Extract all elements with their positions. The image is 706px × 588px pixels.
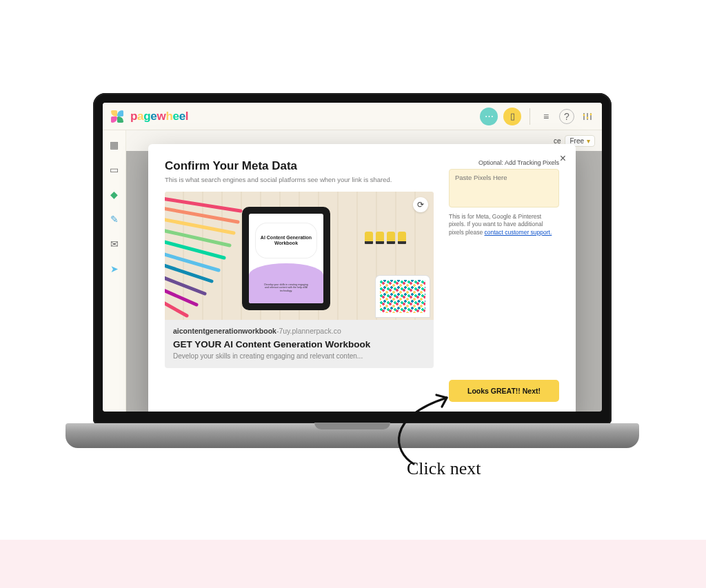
binder-clips-illustration: [365, 232, 406, 244]
svg-line-14: [165, 290, 196, 305]
header-notes-button[interactable]: ▯: [503, 108, 521, 125]
refresh-image-button[interactable]: ⟳: [413, 197, 428, 212]
chevron-down-icon: ▾: [587, 137, 590, 145]
refresh-icon: ⟳: [417, 200, 424, 210]
preview-title: GET YOUR AI Content Generation Workbook: [173, 339, 425, 349]
app-viewport: pagewheel ⋯ ▯ ≡ ? ▦ ▭ ◆ ✎ ✉ ➤: [103, 103, 602, 412]
tablet-title: AI Content Generation Workbook: [256, 223, 316, 258]
tracking-pixels-label: Optional: Add Tracking Pixels: [449, 159, 559, 166]
nav-page-icon[interactable]: ▭: [108, 163, 121, 176]
free-badge-label: Free: [569, 137, 584, 145]
link-preview-card: AI Content Generation Workbook Develop y…: [165, 192, 434, 368]
menu-icon[interactable]: ≡: [538, 109, 554, 124]
app-header: pagewheel ⋯ ▯ ≡ ?: [103, 103, 602, 130]
nav-grid-icon[interactable]: ▦: [108, 139, 121, 151]
tablet-subtitle: Develop your skills in creating engaging…: [263, 283, 310, 292]
svg-line-8: [165, 219, 234, 233]
annotation-text: Click next: [407, 458, 481, 479]
contact-support-link[interactable]: contact customer support.: [485, 229, 552, 236]
laptop-mockup: pagewheel ⋯ ▯ ≡ ? ▦ ▭ ◆ ✎ ✉ ➤: [65, 93, 639, 448]
tracking-pixels-input[interactable]: [449, 169, 559, 207]
page-footer-strip: [0, 540, 706, 588]
modal-title: Confirm Your Meta Data: [165, 159, 434, 173]
settings-icon[interactable]: [580, 109, 595, 124]
tracking-pixels-help: This is for Meta, Google & Pinterest pix…: [449, 213, 559, 236]
nav-brush-icon[interactable]: ✎: [108, 213, 121, 225]
nav-rocket-icon[interactable]: ➤: [108, 263, 121, 275]
svg-point-3: [583, 114, 585, 116]
svg-point-4: [587, 116, 589, 119]
modal-left-column: Confirm Your Meta Data This is what sear…: [165, 159, 434, 402]
close-icon[interactable]: ×: [560, 152, 566, 165]
meta-data-modal: × Confirm Your Meta Data This is what se…: [148, 144, 576, 412]
preview-url-slug: aicontentgenerationworkbook: [173, 327, 276, 335]
svg-line-13: [165, 277, 205, 294]
preview-url: aicontentgenerationworkbook-7uy.plannerp…: [173, 327, 425, 335]
left-nav: ▦ ▭ ◆ ✎ ✉ ➤: [103, 130, 126, 412]
laptop-base: [65, 423, 639, 448]
laptop-screen-bezel: pagewheel ⋯ ▯ ≡ ? ▦ ▭ ◆ ✎ ✉ ➤: [93, 93, 612, 424]
preview-description: Develop your skills in creating engaging…: [173, 352, 425, 360]
preview-url-domain: -7uy.plannerpack.co: [276, 327, 341, 335]
header-bubble-button[interactable]: ⋯: [480, 108, 498, 125]
preview-image: AI Content Generation Workbook Develop y…: [165, 192, 434, 320]
preview-meta-block: aicontentgenerationworkbook-7uy.plannerp…: [165, 320, 434, 368]
modal-right-column: Optional: Add Tracking Pixels This is fo…: [449, 159, 559, 402]
nav-tag-icon[interactable]: ◆: [108, 188, 121, 201]
help-icon[interactable]: ?: [559, 109, 574, 124]
annotation: Click next: [365, 389, 545, 486]
header-divider: [530, 108, 530, 125]
svg-line-15: [165, 302, 187, 316]
nav-mail-icon[interactable]: ✉: [108, 238, 121, 250]
secondary-row-text: ce: [554, 137, 561, 145]
modal-subtitle: This is what search engines and social p…: [165, 176, 434, 183]
tablet-mockup: AI Content Generation Workbook Develop y…: [242, 207, 330, 310]
pinwheel-logo-icon: [110, 109, 125, 124]
brand-wordmark: pagewheel: [130, 110, 188, 123]
svg-point-5: [590, 113, 592, 115]
notebook-illustration: [376, 276, 430, 317]
